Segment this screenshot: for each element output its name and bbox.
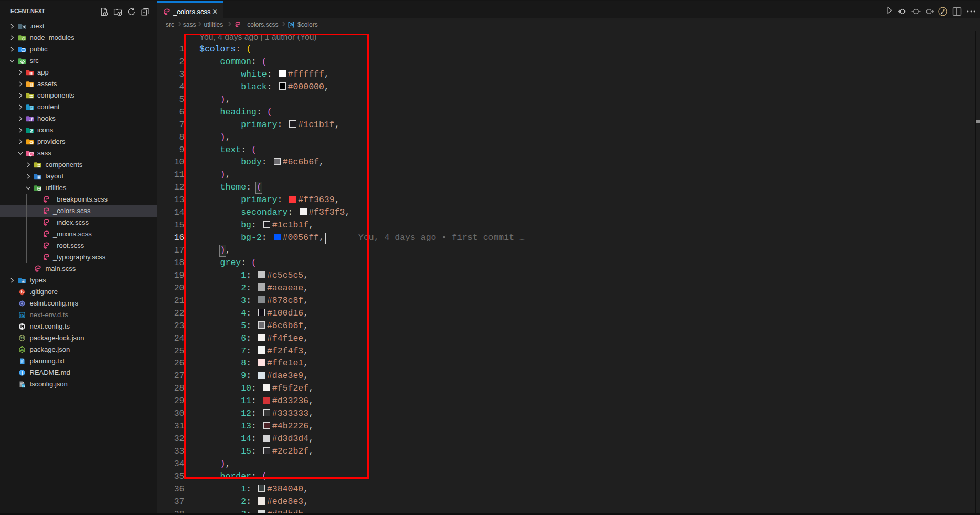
svg-text:JS: JS [20, 348, 24, 351]
svg-text:JS: JS [20, 337, 24, 340]
svg-text:TS: TS [22, 280, 25, 283]
svg-text:TS: TS [22, 385, 25, 387]
svg-text:TS: TS [19, 313, 24, 317]
